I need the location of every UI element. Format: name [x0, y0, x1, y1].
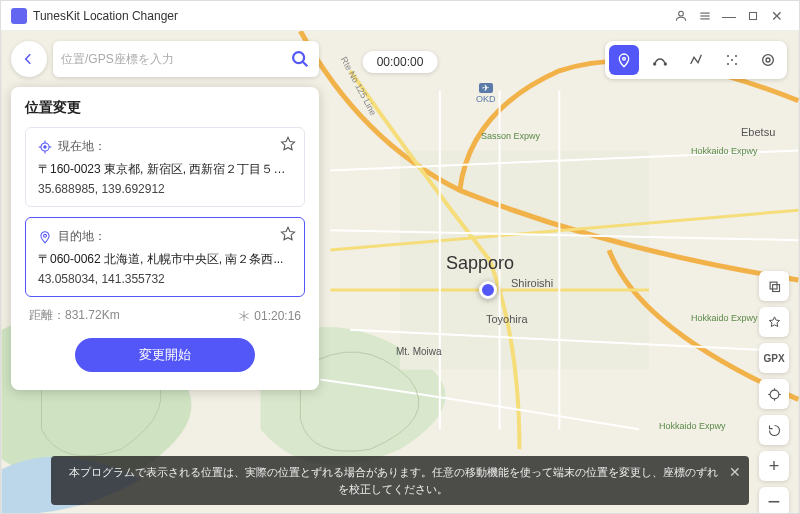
svg-point-22 — [727, 55, 729, 57]
app-logo-icon — [11, 8, 27, 24]
current-coords: 35.688985, 139.692912 — [38, 182, 292, 196]
svg-point-31 — [770, 390, 779, 399]
svg-point-27 — [763, 55, 774, 66]
tool-reset-button[interactable] — [759, 415, 789, 445]
distance-text: 距離：831.72Km — [29, 307, 120, 324]
svg-point-28 — [766, 58, 770, 62]
destination-location-box[interactable]: 目的地： 〒060-0062 北海道, 札幌市中央区, 南２条西... 43.0… — [25, 217, 305, 297]
tool-locate-button[interactable] — [759, 379, 789, 409]
account-icon[interactable] — [669, 4, 693, 28]
search-input[interactable] — [61, 52, 289, 66]
tool-favorites-button[interactable] — [759, 307, 789, 337]
svg-point-26 — [731, 59, 733, 61]
map-label-moiwa: Mt. Moiwa — [396, 346, 442, 357]
crosshair-icon — [38, 140, 52, 154]
app-title: TunesKit Location Changer — [33, 9, 669, 23]
zoom-in-button[interactable]: + — [759, 451, 789, 481]
notice-close-button[interactable]: ✕ — [729, 462, 741, 483]
svg-rect-4 — [750, 12, 757, 19]
left-panel: 位置変更 現在地： 〒160-0023 東京都, 新宿区, 西新宿２丁目５番, … — [11, 41, 319, 390]
menu-icon[interactable] — [693, 4, 717, 28]
svg-line-8 — [303, 62, 308, 67]
svg-rect-30 — [772, 284, 779, 291]
mode-joystick-button[interactable] — [717, 45, 747, 75]
favorite-current-icon[interactable] — [280, 136, 296, 152]
mode-teleport-button[interactable] — [609, 45, 639, 75]
maximize-button[interactable] — [741, 4, 765, 28]
map-label-shiroishi: Shiroishi — [511, 277, 553, 289]
mode-toolbar — [605, 41, 787, 79]
svg-point-21 — [664, 63, 666, 65]
location-pin-icon — [479, 281, 497, 299]
destination-label: 目的地： — [58, 228, 106, 245]
mode-jump-button[interactable] — [753, 45, 783, 75]
svg-point-7 — [293, 52, 304, 63]
search-icon[interactable] — [289, 48, 311, 70]
map-label-toyohira: Toyohira — [486, 313, 528, 325]
svg-point-19 — [623, 57, 626, 60]
current-location-box[interactable]: 現在地： 〒160-0023 東京都, 新宿区, 西新宿２丁目５番, Ja...… — [25, 127, 305, 207]
svg-point-20 — [654, 63, 656, 65]
mode-multi-spot-button[interactable] — [681, 45, 711, 75]
current-address: 〒160-0023 東京都, 新宿区, 西新宿２丁目５番, Ja... — [38, 161, 292, 178]
svg-point-10 — [44, 145, 46, 147]
svg-point-25 — [735, 63, 737, 65]
notice-text: 本プログラムで表示される位置は、実際の位置とずれる場合があります。任意の移動機能… — [69, 466, 718, 495]
map-label-hokkaido3: Hokkaido Expwy — [659, 421, 726, 431]
title-bar: TunesKit Location Changer ― ✕ — [1, 1, 799, 31]
tool-gpx-button[interactable]: GPX — [759, 343, 789, 373]
svg-point-23 — [735, 55, 737, 57]
destination-coords: 43.058034, 141.355732 — [38, 272, 292, 286]
tool-layers-button[interactable] — [759, 271, 789, 301]
mode-two-spot-button[interactable] — [645, 45, 675, 75]
pin-icon — [38, 230, 52, 244]
eta-text: 01:20:16 — [238, 309, 301, 323]
svg-point-24 — [727, 63, 729, 65]
notice-bar: 本プログラムで表示される位置は、実際の位置とずれる場合があります。任意の移動機能… — [51, 456, 749, 505]
current-location-label: 現在地： — [58, 138, 106, 155]
timer-display: 00:00:00 — [363, 51, 438, 73]
map-label-sasson: Sasson Expwy — [481, 131, 540, 141]
map-label-airport: ✈OKD — [476, 83, 496, 104]
svg-point-15 — [44, 234, 47, 237]
start-change-button[interactable]: 変更開始 — [75, 338, 255, 372]
location-change-card: 位置変更 現在地： 〒160-0023 東京都, 新宿区, 西新宿２丁目５番, … — [11, 87, 319, 390]
svg-point-0 — [679, 11, 684, 16]
map-label-hokkaido1: Hokkaido Expwy — [691, 146, 758, 156]
panel-title: 位置変更 — [25, 99, 305, 117]
svg-rect-29 — [770, 282, 777, 289]
snowflake-icon — [238, 310, 250, 322]
back-button[interactable] — [11, 41, 47, 77]
map-label-hokkaido2: Hokkaido Expwy — [691, 313, 758, 323]
map-tools: GPX + − — [759, 271, 789, 514]
minimize-button[interactable]: ― — [717, 4, 741, 28]
map-label-sapporo: Sapporo — [446, 253, 514, 274]
map-label-ebetsu: Ebetsu — [741, 126, 775, 138]
zoom-out-button[interactable]: − — [759, 487, 789, 514]
close-button[interactable]: ✕ — [765, 4, 789, 28]
search-box[interactable] — [53, 41, 319, 77]
destination-address: 〒060-0062 北海道, 札幌市中央区, 南２条西... — [38, 251, 292, 268]
favorite-destination-icon[interactable] — [280, 226, 296, 242]
